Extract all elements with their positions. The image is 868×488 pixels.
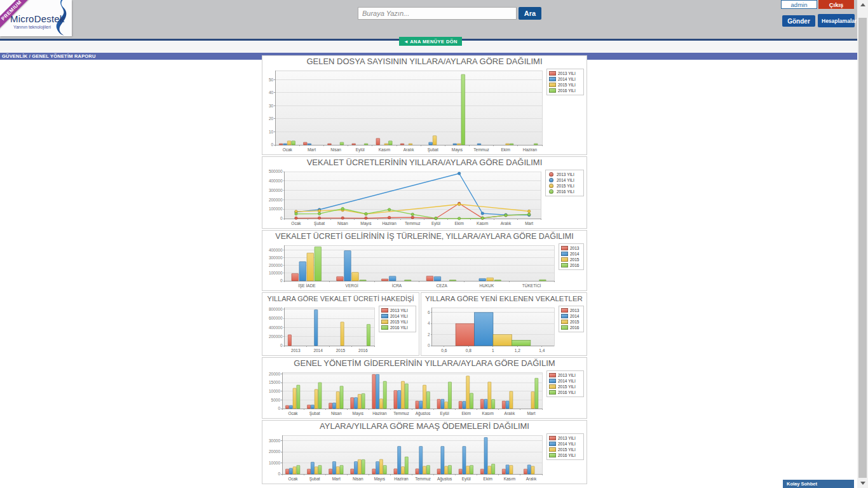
chart-panel-is-turleri: VEKALET ÜCRETİ GELİRİNİN İŞ TÜRLERİNE, Y…: [262, 230, 587, 291]
bar: [459, 402, 462, 409]
chat-widget-button[interactable]: Kolay Sohbet: [783, 480, 854, 488]
bar: [416, 401, 419, 409]
legend-label: 2013 YILI: [557, 172, 574, 177]
bar: [376, 139, 380, 145]
legend-swatch: [561, 263, 568, 268]
data-point: [458, 172, 460, 175]
bar: [340, 142, 344, 145]
legend-item: 2015: [561, 319, 581, 325]
legend-swatch: [549, 88, 556, 93]
chart-legend: 2013 YILI2014 YILI2015 YILI2016 YILI: [545, 170, 584, 196]
bar: [352, 273, 359, 281]
bar: [360, 280, 367, 281]
svg-text:Eylül: Eylül: [462, 477, 471, 482]
legend-label: 2013 YILI: [390, 308, 408, 313]
legend-label: 2016: [570, 263, 579, 268]
search-button[interactable]: Ara: [519, 7, 541, 20]
send-button[interactable]: Gönder: [782, 15, 815, 27]
bar: [470, 465, 473, 474]
legend-item: 2013 YILI: [549, 435, 581, 441]
bar: [434, 276, 441, 281]
bar: [423, 466, 426, 474]
bar: [484, 399, 487, 409]
bar: [445, 402, 448, 409]
bar: [381, 279, 388, 281]
bar: [510, 465, 513, 474]
bar: [364, 144, 368, 145]
back-to-menu-button[interactable]: ◄ ANA MENÜYE DÖN: [399, 37, 462, 46]
chart-legend: 2013201420152016: [559, 243, 584, 270]
svg-text:2014: 2014: [313, 348, 323, 353]
svg-text:Ocak: Ocak: [283, 147, 293, 152]
bar: [398, 446, 401, 474]
bar: [367, 324, 370, 346]
bar: [383, 465, 386, 474]
app-header: MicroDestek Yarının teknolojileri PREMIU…: [0, 0, 868, 41]
svg-text:Mayıs: Mayıs: [353, 411, 364, 416]
legend-label: 2015 YILI: [558, 447, 576, 452]
scroll-down-button[interactable]: [857, 478, 868, 488]
calculations-button[interactable]: Hesaplamalar: [818, 14, 855, 27]
vertical-scrollbar[interactable]: [857, 0, 868, 488]
svg-text:10000: 10000: [269, 389, 280, 393]
bar: [484, 437, 487, 474]
data-point: [388, 216, 390, 219]
bar: [354, 398, 357, 409]
svg-text:0: 0: [428, 343, 430, 348]
bar: [340, 465, 343, 474]
svg-text:50: 50: [269, 78, 274, 82]
svg-text:Nisan: Nisan: [337, 221, 348, 226]
bar: [479, 278, 486, 281]
svg-text:Ekim: Ekim: [461, 411, 470, 416]
data-point: [411, 213, 414, 215]
svg-text:Aralık: Aralık: [526, 477, 537, 481]
data-point: [527, 210, 530, 212]
bar: [289, 468, 292, 474]
bar: [527, 465, 531, 474]
scroll-up-button[interactable]: [857, 0, 868, 10]
legend-item: 2015 YILI: [381, 319, 414, 325]
bar: [311, 405, 314, 409]
legend-item: 2016: [561, 325, 581, 330]
bar: [449, 280, 456, 281]
bar: [437, 469, 440, 474]
chart-panel-hakedis: YILLARA GÖRE VEKALET ÜCRETİ HAKEDİŞİ 201…: [262, 292, 419, 356]
bar: [419, 401, 423, 409]
svg-text:100000: 100000: [269, 271, 283, 275]
chart-canvas: 01020304050OcakMartNisanEylülKasımAralık…: [266, 68, 544, 152]
user-button[interactable]: admin: [781, 0, 817, 9]
bar: [437, 399, 440, 409]
bar: [318, 465, 322, 474]
chart-title: GELEN DOSYA SAYISININ YILLARA/AYLARA GÖR…: [262, 56, 587, 67]
svg-text:Aralık: Aralık: [505, 411, 515, 416]
svg-text:Nisan: Nisan: [331, 411, 342, 416]
bar: [477, 144, 481, 145]
legend-item: 2015: [561, 257, 581, 262]
legend-item: 2014 YILI: [549, 441, 581, 447]
bar: [283, 144, 287, 145]
legend-label: 2016 YILI: [390, 325, 408, 330]
svg-text:Mart: Mart: [332, 477, 341, 481]
data-point: [341, 217, 344, 219]
bar: [336, 466, 339, 474]
data-point: [481, 212, 484, 215]
svg-text:10000: 10000: [269, 461, 280, 465]
app-logo[interactable]: MicroDestek Yarının teknolojileri PREMIU…: [0, 0, 72, 36]
chart-plot: 0100000200000300000400000İŞE İADEVERGİİC…: [266, 243, 556, 288]
legend-swatch: [561, 320, 568, 324]
bar: [401, 381, 404, 409]
scrollbar-thumb[interactable]: [858, 18, 867, 478]
legend-item: 2016 YILI: [549, 88, 581, 93]
search-input[interactable]: [358, 7, 517, 20]
legend-label: 2014 YILI: [390, 314, 408, 318]
bar: [292, 273, 299, 281]
svg-text:1,4: 1,4: [539, 348, 545, 353]
legend-item: 2013: [561, 308, 581, 313]
bar: [488, 382, 491, 409]
svg-text:TÜKETİCİ: TÜKETİCİ: [522, 283, 541, 288]
svg-text:Aralık: Aralık: [403, 147, 414, 152]
logo-tagline: Yarının teknolojileri: [13, 25, 51, 29]
bar: [376, 461, 379, 474]
legend-swatch: [549, 453, 556, 458]
logout-button[interactable]: Çıkış: [818, 0, 854, 9]
